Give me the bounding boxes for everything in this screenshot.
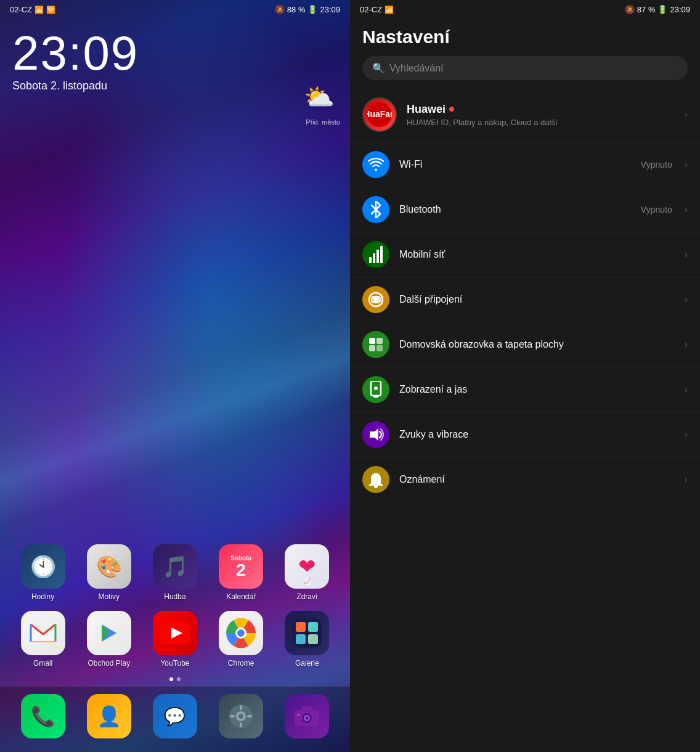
sounds-chevron: › xyxy=(685,429,688,440)
home-text: Domovská obrazovka a tapeta plochy xyxy=(399,339,675,350)
time-right: 23:09 xyxy=(670,5,690,14)
page-dot-2[interactable] xyxy=(177,677,181,681)
hodiny-icon: 🕙 xyxy=(21,544,65,589)
app-gmail[interactable]: Gmail xyxy=(15,611,71,668)
status-bar-left: 02-CZ 📶 🛜 🔕 88 % 🔋 23:09 xyxy=(0,0,350,17)
huawei-avatar: HuaFan xyxy=(362,97,397,132)
battery-icon-right: 🔋 xyxy=(657,5,667,14)
search-placeholder: Vyhledávání xyxy=(389,63,443,74)
svg-rect-8 xyxy=(296,622,306,632)
settings-item-connections[interactable]: Další připojení › xyxy=(350,277,700,322)
svg-rect-15 xyxy=(240,705,242,710)
sounds-title: Zvuky a vibrace xyxy=(399,429,675,440)
app-settings[interactable] xyxy=(213,694,269,742)
settings-item-display[interactable]: Zobrazení a jas › xyxy=(350,367,700,412)
mobile-title: Mobilní síť xyxy=(399,249,675,260)
wifi-text: Wi-Fi xyxy=(399,159,631,170)
kalendar-label: Kalendář xyxy=(226,592,256,601)
svg-rect-20 xyxy=(302,706,312,711)
clock-time: 23:09 xyxy=(12,29,338,77)
svg-rect-18 xyxy=(247,715,252,717)
hudba-label: Hudba xyxy=(164,592,185,601)
svg-rect-28 xyxy=(369,257,372,263)
mobile-chevron: › xyxy=(685,249,688,260)
conn-chevron: › xyxy=(685,294,688,305)
app-row-2: Gmail ▶ xyxy=(0,606,350,672)
app-contacts[interactable]: 👤 xyxy=(81,694,137,742)
svg-rect-24 xyxy=(297,714,300,716)
display-title: Zobrazení a jas xyxy=(399,384,675,395)
sounds-text: Zvuky a vibrace xyxy=(399,429,675,440)
settings-item-bluetooth[interactable]: Bluetooth Vypnuto › xyxy=(350,187,700,232)
svg-point-6 xyxy=(237,629,245,637)
notif-chevron: › xyxy=(685,474,688,485)
settings-item-homescreen[interactable]: Domovská obrazovka a tapeta plochy › xyxy=(350,322,700,367)
app-galerie[interactable]: Galerie xyxy=(279,611,335,668)
settings-item-sounds[interactable]: Zvuky a vibrace › xyxy=(350,412,700,457)
settings-item-wifi[interactable]: Wi-Fi Vypnuto › xyxy=(350,142,700,187)
svg-rect-37 xyxy=(376,338,383,344)
app-motivy[interactable]: 🎨 Motivy xyxy=(81,544,137,601)
home-chevron: › xyxy=(685,339,688,350)
svg-rect-11 xyxy=(308,634,318,644)
battery-icon-left: 🔋 xyxy=(307,5,317,14)
gmail-label: Gmail xyxy=(33,659,52,668)
profile-item[interactable]: HuaFan Huawei HUAWEI ID, Platby a nákup,… xyxy=(350,88,700,142)
app-kalendar[interactable]: Sobota 2 Kalendář xyxy=(213,544,269,601)
app-hudba[interactable]: 🎵 Hudba xyxy=(147,544,203,601)
alarm-icon-left: 🔕 xyxy=(275,5,285,14)
time-left: 23:09 xyxy=(320,5,340,14)
bt-title: Bluetooth xyxy=(399,204,631,215)
home-screen: 02-CZ 📶 🛜 🔕 88 % 🔋 23:09 23:09 Sobota 2.… xyxy=(0,0,350,752)
kalendar-icon: Sobota 2 xyxy=(219,544,263,589)
bt-text: Bluetooth xyxy=(399,204,631,215)
wifi-status: Vypnuto xyxy=(641,160,672,170)
app-messages[interactable]: 💬 xyxy=(147,694,203,742)
bt-icon-wrap xyxy=(362,196,389,223)
settings-item-mobile[interactable]: Mobilní síť › xyxy=(350,232,700,277)
app-zdravi[interactable]: ❤ 📈 Zdraví xyxy=(279,544,335,601)
carrier-left: 02-CZ xyxy=(10,5,32,14)
zdravi-icon: ❤ 📈 xyxy=(285,544,329,589)
galerie-icon xyxy=(285,611,329,655)
notif-text: Oznámení xyxy=(399,474,675,485)
svg-point-14 xyxy=(238,714,243,719)
profile-name: Huawei xyxy=(407,103,446,116)
app-hodiny[interactable]: 🕙 Hodiny xyxy=(15,544,71,601)
app-phone[interactable]: 📞 xyxy=(15,694,71,742)
bt-chevron: › xyxy=(685,204,688,215)
settings-icon xyxy=(219,694,263,738)
svg-text:HuaFan: HuaFan xyxy=(367,109,392,119)
search-bar[interactable]: 🔍 Vyhledávání xyxy=(362,56,688,80)
hudba-icon: 🎵 xyxy=(153,544,197,589)
carrier-right: 02-CZ xyxy=(360,5,382,14)
weather-widget[interactable]: ⛅ xyxy=(301,78,338,115)
settings-item-notifications[interactable]: Oznámení › xyxy=(350,457,700,502)
page-dot-1[interactable] xyxy=(169,677,173,681)
home-title: Domovská obrazovka a tapeta plochy xyxy=(399,339,675,350)
camera-icon xyxy=(285,694,329,738)
svg-rect-30 xyxy=(376,250,379,263)
app-obchod-play[interactable]: ▶ Obchod Play xyxy=(81,611,137,668)
wifi-icon-left: 🛜 xyxy=(46,6,55,14)
messages-icon: 💬 xyxy=(153,694,197,738)
page-dots xyxy=(0,672,350,686)
app-camera[interactable] xyxy=(279,694,335,742)
wifi-chevron: › xyxy=(685,159,688,170)
profile-subtitle: HUAWEI ID, Platby a nákup, Cloud a další xyxy=(407,118,675,127)
youtube-label: YouTube xyxy=(160,659,189,668)
add-city-label[interactable]: Přid. město xyxy=(306,118,340,126)
conn-icon-wrap xyxy=(362,286,389,313)
notif-title: Oznámení xyxy=(399,474,675,485)
svg-rect-41 xyxy=(373,396,378,398)
gmail-icon xyxy=(21,611,65,655)
app-chrome[interactable]: Chrome xyxy=(213,611,269,668)
phone-icon: 📞 xyxy=(21,694,65,738)
sounds-icon-wrap xyxy=(362,421,389,448)
settings-screen: 02-CZ 📶 🔕 87 % 🔋 23:09 Nastavení 🔍 Vyhle… xyxy=(350,0,700,752)
svg-rect-31 xyxy=(380,246,383,263)
settings-header: Nastavení 🔍 Vyhledávání xyxy=(350,17,700,88)
app-youtube[interactable]: YouTube xyxy=(147,611,203,668)
youtube-icon xyxy=(153,611,197,655)
wifi-icon-wrap xyxy=(362,151,389,178)
